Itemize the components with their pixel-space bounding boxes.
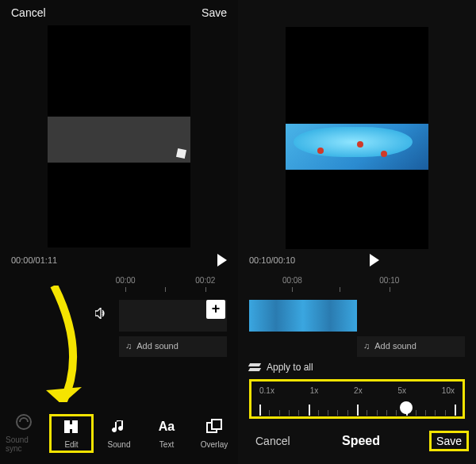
speed-slider[interactable]: 0.1x 1x 2x 5x 10x bbox=[249, 379, 465, 419]
play-button[interactable] bbox=[217, 254, 227, 267]
tutorial-arrow bbox=[6, 286, 94, 420]
timeline-ruler[interactable]: 00:00 00:02 bbox=[119, 276, 227, 300]
speed-cancel-button[interactable]: Cancel bbox=[238, 435, 326, 447]
bottom-toolbar: Sound sync Edit Sound Aa Text Overlay bbox=[0, 402, 238, 464]
sound-sync-button[interactable]: Sound sync bbox=[6, 413, 42, 453]
play-button[interactable] bbox=[370, 254, 379, 267]
edit-button[interactable]: Edit bbox=[53, 418, 90, 449]
svg-rect-5 bbox=[212, 420, 221, 429]
slider-knob[interactable] bbox=[400, 401, 413, 414]
playhead-time: 00:00/01:11 bbox=[11, 255, 57, 265]
svg-rect-1 bbox=[64, 420, 70, 433]
preview-thumbnail bbox=[286, 124, 428, 170]
overlay-button[interactable]: Overlay bbox=[196, 418, 232, 449]
preview-thumbnail bbox=[48, 117, 190, 163]
music-note-icon: ♫ bbox=[363, 341, 370, 351]
cancel-button[interactable]: Cancel bbox=[11, 6, 46, 19]
text-icon: Aa bbox=[158, 418, 175, 435]
edit-icon bbox=[63, 418, 80, 435]
svg-rect-3 bbox=[70, 424, 72, 429]
speed-panel: 00:10/00:10 00:08 00:10 ♫Add sound Apply… bbox=[238, 0, 476, 464]
timeline-ruler[interactable]: 00:08 00:10 bbox=[249, 276, 465, 300]
text-button[interactable]: Aa Text bbox=[148, 418, 185, 449]
svg-rect-2 bbox=[72, 420, 78, 433]
video-track[interactable] bbox=[249, 300, 357, 332]
speed-save-button[interactable]: Save bbox=[432, 433, 466, 449]
apply-to-all-toggle[interactable]: Apply to all bbox=[249, 362, 465, 373]
stack-icon bbox=[249, 362, 260, 373]
video-preview[interactable] bbox=[286, 27, 428, 249]
speaker-icon[interactable] bbox=[95, 308, 108, 321]
sync-icon bbox=[15, 413, 33, 431]
speed-scale-labels: 0.1x 1x 2x 5x 10x bbox=[259, 386, 455, 395]
video-preview[interactable] bbox=[48, 25, 190, 247]
playhead-time: 00:10/00:10 bbox=[249, 255, 295, 265]
slider-track[interactable] bbox=[259, 401, 455, 416]
speed-title: Speed bbox=[326, 434, 397, 448]
svg-point-0 bbox=[17, 415, 31, 429]
sound-button[interactable]: Sound bbox=[101, 418, 137, 449]
overlay-icon bbox=[205, 418, 223, 435]
add-clip-button[interactable]: + bbox=[206, 300, 225, 319]
music-note-icon bbox=[110, 418, 128, 435]
music-note-icon: ♫ bbox=[125, 341, 132, 351]
roblox-logo-icon bbox=[176, 148, 186, 159]
add-sound-button[interactable]: ♫Add sound bbox=[357, 336, 465, 357]
add-sound-button[interactable]: ♫Add sound bbox=[119, 336, 227, 357]
editor-panel-left: Cancel Save 00:00/01:11 00:00 00:02 bbox=[0, 0, 239, 464]
save-button[interactable]: Save bbox=[202, 6, 227, 19]
